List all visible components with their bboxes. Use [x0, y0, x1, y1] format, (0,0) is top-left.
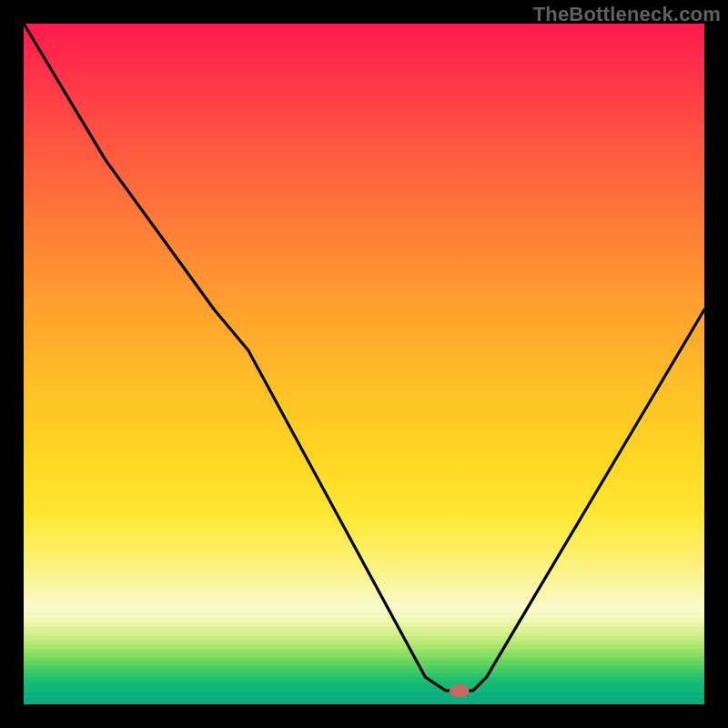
bottleneck-curve-path [24, 24, 704, 691]
watermark-text: TheBottleneck.com [533, 3, 721, 26]
chart-frame: TheBottleneck.com [0, 0, 728, 728]
chart-overlay [24, 24, 704, 704]
plot-area [24, 24, 704, 704]
bottleneck-marker [450, 684, 470, 697]
